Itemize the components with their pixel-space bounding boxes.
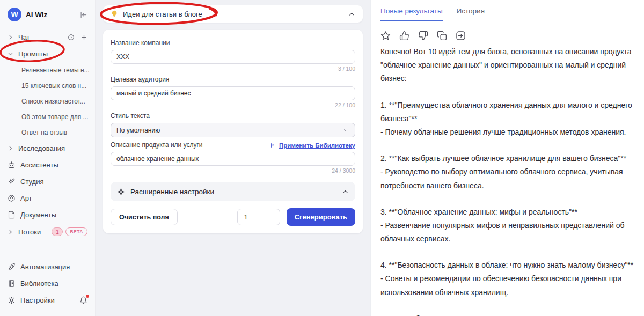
clear-fields-button[interactable]: Очистить поля xyxy=(111,209,178,225)
sidebar-item-label: Чат xyxy=(18,33,63,41)
target-audience-label: Целевая аудитория xyxy=(111,76,355,83)
library-page-icon xyxy=(270,142,276,149)
sidebar-collapse-icon[interactable] xyxy=(79,11,87,19)
notifications-bell-icon[interactable] xyxy=(79,296,87,304)
sidebar: W AI Wiz Чат Промпт xyxy=(0,0,96,316)
prompt-form: Название компании 3 / 100 Целевая аудито… xyxy=(103,30,363,233)
company-name-input[interactable] xyxy=(111,50,355,64)
prompt-panel: Идеи для статьи в блоге Название компани… xyxy=(96,0,370,316)
thumbs-up-icon[interactable] xyxy=(399,31,409,41)
sidebar-item-library[interactable]: Библиотека xyxy=(0,275,95,292)
sidebar-item-label: Исследования xyxy=(18,144,87,152)
company-name-label: Название компании xyxy=(111,39,355,47)
description-label: Описание продукта или услуги xyxy=(111,141,203,149)
sidebar-prompt-item-5[interactable]: Ответ на отзыв xyxy=(0,124,95,140)
idea-item: 1. **"Преимущества облачного хранения да… xyxy=(380,99,634,139)
text-style-select[interactable]: По умолчанию xyxy=(111,123,355,137)
advanced-settings-toggle[interactable]: Расширенные настройки xyxy=(111,182,355,201)
new-chat-plus-icon[interactable] xyxy=(80,34,87,41)
sidebar-item-settings[interactable]: Настройки xyxy=(0,292,95,308)
diamond-sparkle-icon xyxy=(117,188,125,196)
history-clock-icon[interactable] xyxy=(68,34,75,41)
beta-badge: BETA xyxy=(65,227,87,236)
sidebar-prompt-item-1[interactable]: Релевантные темы н... xyxy=(0,62,95,78)
chevron-down-icon xyxy=(8,51,13,57)
sidebar-item-label: Потоки xyxy=(18,228,47,236)
result-toolbar xyxy=(371,21,644,42)
book-icon xyxy=(8,280,16,288)
document-icon xyxy=(8,211,16,219)
chevron-right-icon xyxy=(8,145,13,151)
notification-dot xyxy=(86,295,89,298)
prompt-header[interactable]: Идеи для статьи в блоге xyxy=(103,5,363,23)
sidebar-header: W AI Wiz xyxy=(0,6,95,29)
gear-icon xyxy=(8,296,16,304)
sidebar-item-chat[interactable]: Чат xyxy=(0,29,95,46)
target-audience-counter: 22 / 100 xyxy=(111,102,355,108)
brand-logo: W xyxy=(8,8,21,21)
chevron-right-icon xyxy=(8,229,13,235)
sidebar-item-label: Промпты xyxy=(18,50,87,58)
idea-item: 5. **"Как облачное хранение данных помог… xyxy=(380,312,634,316)
sidebar-item-label: Настройки xyxy=(20,296,75,304)
lightbulb-icon xyxy=(111,10,118,18)
tab-history[interactable]: История xyxy=(457,7,485,21)
sidebar-prompt-item-4[interactable]: Об этом товаре для ... xyxy=(0,109,95,124)
sidebar-item-prompts[interactable]: Промпты xyxy=(0,46,95,62)
company-name-counter: 3 / 100 xyxy=(111,65,355,72)
sidebar-item-label: Ассистенты xyxy=(20,161,87,169)
result-intro: Конечно! Вот 10 идей тем для блога, осно… xyxy=(380,45,634,86)
apply-library-link[interactable]: Применить Бибилиотеку xyxy=(270,142,355,149)
thumbs-down-icon[interactable] xyxy=(418,31,428,41)
sidebar-item-label: Арт xyxy=(20,194,87,202)
idea-item: 2. **"Как выбрать лучшее облачное хранил… xyxy=(380,152,634,193)
generation-count-input[interactable] xyxy=(237,209,280,225)
robot-icon xyxy=(8,161,16,169)
generated-text: Конечно! Вот 10 идей тем для блога, осно… xyxy=(371,42,644,316)
description-counter: 24 / 3000 xyxy=(111,167,355,174)
sidebar-item-documents[interactable]: Документы xyxy=(0,207,95,223)
collapse-chevron-up-icon xyxy=(342,188,349,195)
chevron-right-icon xyxy=(8,34,13,40)
sidebar-item-art[interactable]: Арт xyxy=(0,190,95,207)
tab-new-results[interactable]: Новые результаты xyxy=(380,7,443,21)
sidebar-item-label: Библиотека xyxy=(20,280,87,288)
text-style-label: Стиль текста xyxy=(111,112,355,120)
sidebar-prompt-item-2[interactable]: 15 ключевых слов н... xyxy=(0,78,95,93)
flows-count-badge: 1 xyxy=(52,227,63,236)
idea-item: 4. **"Безопасность данных в облаке: что … xyxy=(380,259,634,299)
target-audience-input[interactable] xyxy=(111,86,355,100)
sidebar-item-automation[interactable]: Автоматизация xyxy=(0,259,95,275)
palette-icon xyxy=(8,194,16,202)
results-panel: Новые результаты История Конечно! Вот 10… xyxy=(370,0,644,316)
sidebar-item-assistants[interactable]: Ассистенты xyxy=(0,157,95,173)
sidebar-item-label: Документы xyxy=(20,211,87,219)
rocket-icon xyxy=(8,263,16,271)
sidebar-item-label: Автоматизация xyxy=(20,263,87,271)
favorite-star-icon[interactable] xyxy=(380,31,391,41)
sidebar-item-research[interactable]: Исследования xyxy=(0,140,95,157)
generate-button[interactable]: Сгенерировать xyxy=(287,208,355,226)
brand-name: AI Wiz xyxy=(26,11,75,19)
sidebar-item-label: Студия xyxy=(20,178,87,186)
description-input[interactable] xyxy=(111,152,355,166)
chevron-down-icon xyxy=(343,127,349,134)
sidebar-prompt-item-3[interactable]: Список низкочастот... xyxy=(0,93,95,109)
copy-icon[interactable] xyxy=(437,31,447,41)
sparkles-icon xyxy=(8,178,16,186)
collapse-chevron-up-icon[interactable] xyxy=(348,11,355,18)
results-tabs: Новые результаты История xyxy=(371,0,644,21)
prompt-title: Идеи для статьи в блоге xyxy=(123,10,343,18)
idea-item: 3. **"Облачное хранение данных: мифы и р… xyxy=(380,205,634,246)
export-icon[interactable] xyxy=(456,31,466,41)
sidebar-item-studio[interactable]: Студия xyxy=(0,173,95,190)
advanced-settings-label: Расширенные настройки xyxy=(130,188,336,196)
text-style-value: По умолчанию xyxy=(116,127,160,134)
app-window: W AI Wiz Чат Промпт xyxy=(0,0,644,316)
sidebar-item-flows[interactable]: Потоки 1 BETA xyxy=(0,223,95,240)
